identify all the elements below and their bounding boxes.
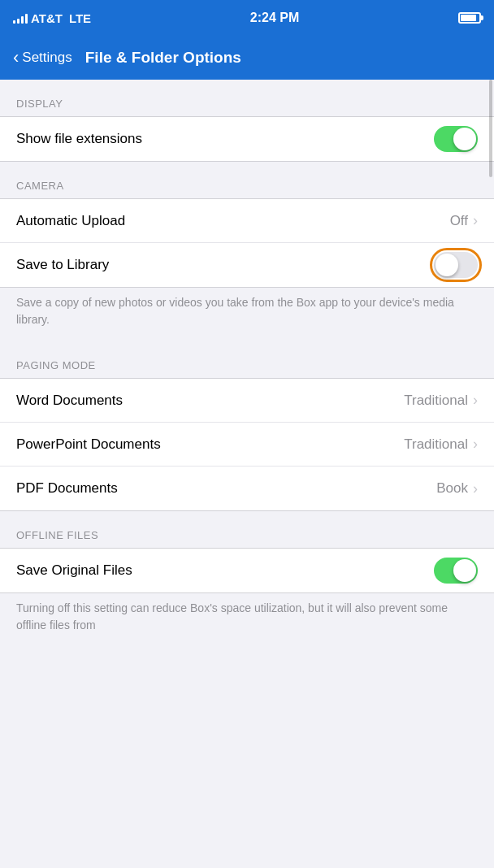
status-bar: AT&T LTE 2:24 PM (0, 0, 494, 36)
automatic-upload-row[interactable]: Automatic Upload Off › (0, 199, 494, 243)
automatic-upload-right: Off › (450, 212, 478, 229)
paging-mode-group: Word Documents Traditional › PowerPoint … (0, 378, 494, 511)
show-file-extensions-label: Show file extensions (16, 131, 142, 147)
section-header-paging: PAGING MODE (0, 341, 494, 378)
word-documents-value: Traditional (404, 393, 468, 409)
word-documents-row[interactable]: Word Documents Traditional › (0, 379, 494, 423)
pdf-documents-value: Book (436, 480, 468, 497)
toggle-knob-2 (436, 254, 458, 276)
offline-files-group: Save Original Files (0, 548, 494, 593)
back-chevron-icon: ‹ (13, 49, 19, 67)
powerpoint-documents-row[interactable]: PowerPoint Documents Traditional › (0, 423, 494, 467)
word-documents-right: Traditional › (404, 392, 478, 409)
powerpoint-documents-chevron-icon: › (473, 436, 478, 453)
save-original-files-row: Save Original Files (0, 549, 494, 592)
powerpoint-documents-right: Traditional › (404, 436, 478, 453)
pdf-documents-chevron-icon: › (473, 480, 478, 497)
network-label: LTE (69, 11, 91, 25)
automatic-upload-label: Automatic Upload (16, 213, 125, 229)
nav-bar: ‹ Settings File & Folder Options (0, 36, 494, 80)
page-title: File & Folder Options (85, 49, 241, 67)
automatic-upload-chevron-icon: › (473, 212, 478, 229)
toggle-knob (453, 128, 476, 150)
carrier-label: AT&T (31, 11, 63, 25)
powerpoint-documents-label: PowerPoint Documents (16, 436, 161, 453)
pdf-documents-label: PDF Documents (16, 480, 118, 497)
save-original-files-label: Save Original Files (16, 562, 132, 579)
content-area: DISPLAY Show file extensions CAMERA (0, 80, 494, 663)
camera-description: Save a copy of new photos or videos you … (0, 288, 494, 341)
pdf-documents-row[interactable]: PDF Documents Book › (0, 467, 494, 510)
word-documents-chevron-icon: › (473, 392, 478, 409)
back-label: Settings (22, 50, 72, 66)
section-paging-mode: PAGING MODE Word Documents Traditional ›… (0, 341, 494, 511)
camera-group: Automatic Upload Off › Save to Library (0, 198, 494, 288)
display-group: Show file extensions (0, 116, 494, 162)
save-to-library-toggle[interactable] (434, 252, 478, 278)
status-left: AT&T LTE (13, 11, 91, 25)
section-offline-files: OFFLINE FILES Save Original Files Turnin… (0, 511, 494, 647)
save-to-library-label: Save to Library (16, 257, 109, 273)
scrollbar-thumb (489, 80, 492, 177)
status-right (458, 12, 481, 24)
section-header-camera: CAMERA (0, 162, 494, 198)
section-header-offline: OFFLINE FILES (0, 511, 494, 548)
save-to-library-row: Save to Library (0, 243, 494, 287)
offline-files-description: Turning off this setting can reduce Box'… (0, 593, 494, 647)
back-button[interactable]: ‹ Settings (13, 49, 72, 67)
time-label: 2:24 PM (250, 11, 299, 25)
toggle-knob-3 (453, 559, 476, 582)
signal-icon (13, 12, 28, 24)
section-display: DISPLAY Show file extensions (0, 80, 494, 162)
word-documents-label: Word Documents (16, 393, 123, 409)
section-header-display: DISPLAY (0, 80, 494, 116)
automatic-upload-value: Off (450, 213, 468, 229)
battery-fill (461, 15, 476, 21)
powerpoint-documents-value: Traditional (404, 436, 468, 453)
scrollbar-track[interactable] (489, 80, 492, 663)
section-camera: CAMERA Automatic Upload Off › Save to Li… (0, 162, 494, 341)
show-file-extensions-row: Show file extensions (0, 117, 494, 161)
pdf-documents-right: Book › (436, 480, 478, 497)
save-original-files-toggle[interactable] (434, 558, 478, 584)
show-file-extensions-toggle[interactable] (434, 126, 478, 152)
battery-icon (458, 12, 481, 24)
